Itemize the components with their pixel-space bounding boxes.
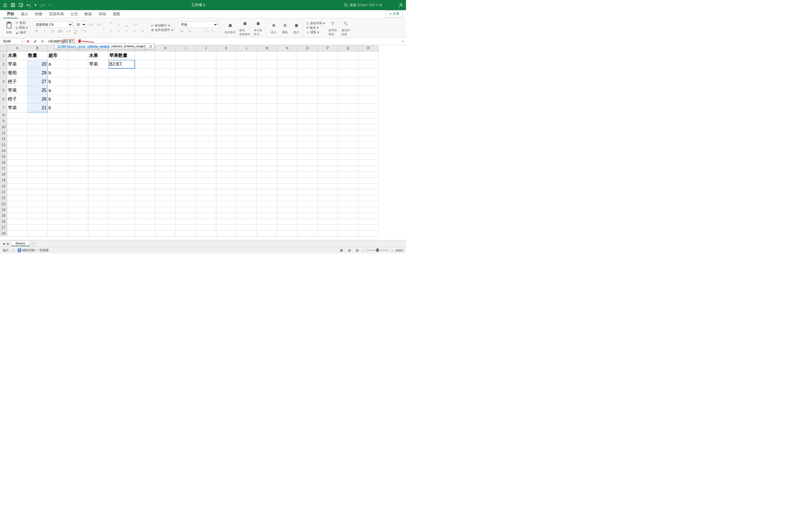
cell[interactable] [88, 86, 109, 95]
sort-filter-button[interactable]: ▽排序和 筛选 [327, 19, 338, 37]
cell-styles-button[interactable]: ▦单元格 样式 [253, 19, 263, 37]
cell[interactable] [297, 136, 318, 142]
cell[interactable] [338, 124, 358, 130]
cell[interactable] [135, 177, 155, 183]
cell[interactable] [216, 86, 237, 95]
cell[interactable] [318, 172, 338, 177]
home-icon[interactable] [3, 3, 7, 7]
sheet-nav-next[interactable]: ▶ [6, 242, 10, 245]
cell[interactable] [257, 69, 277, 77]
cell[interactable] [216, 95, 237, 104]
cell[interactable] [338, 154, 358, 160]
cell[interactable] [358, 95, 378, 104]
percent-icon[interactable]: % [186, 28, 193, 34]
cell[interactable] [338, 189, 358, 195]
row-header-13[interactable]: 13 [0, 142, 7, 148]
delete-cells-button[interactable]: ⊟删除 [280, 21, 290, 35]
cell[interactable] [48, 154, 68, 160]
cell[interactable] [68, 154, 88, 160]
row-header-19[interactable]: 19 [0, 177, 7, 183]
cell[interactable] [358, 112, 378, 118]
cell[interactable] [297, 207, 318, 213]
underline-button[interactable]: U▾ [49, 28, 56, 34]
cell[interactable] [68, 60, 88, 69]
cell[interactable] [175, 213, 196, 219]
cell[interactable] [88, 136, 109, 142]
cell[interactable] [318, 69, 338, 77]
cell[interactable] [28, 166, 48, 172]
cell[interactable] [216, 60, 237, 69]
cell[interactable] [297, 60, 318, 69]
tab-layout[interactable]: 页面布局 [46, 10, 67, 18]
cell[interactable] [318, 183, 338, 189]
cell[interactable] [135, 213, 155, 219]
cell[interactable] [297, 104, 318, 112]
cell[interactable] [237, 112, 257, 118]
align-left-icon[interactable]: ≡ [107, 28, 114, 34]
cell[interactable] [216, 189, 237, 195]
cell[interactable] [318, 86, 338, 95]
cell[interactable] [155, 213, 175, 219]
cell[interactable] [358, 172, 378, 177]
more-icon[interactable]: ⋯ [48, 3, 52, 7]
cell[interactable] [175, 154, 196, 160]
cell[interactable] [109, 86, 135, 95]
font-name-select[interactable]: 思源黑体 CN [33, 21, 73, 27]
cell[interactable] [68, 201, 88, 207]
cell[interactable] [318, 142, 338, 148]
cell[interactable] [196, 118, 216, 124]
row-header-5[interactable]: 5 [0, 86, 7, 95]
cell[interactable] [297, 69, 318, 77]
cell[interactable] [297, 166, 318, 172]
cell[interactable] [155, 189, 175, 195]
share-button[interactable]: ↗共享 [386, 10, 403, 17]
cell[interactable] [358, 124, 378, 130]
cell[interactable] [257, 104, 277, 112]
cell[interactable] [88, 213, 109, 219]
cell[interactable] [28, 225, 48, 231]
cell[interactable] [257, 231, 277, 237]
paste-button[interactable]: 粘贴 [4, 21, 14, 35]
cell[interactable] [237, 166, 257, 172]
cell[interactable] [68, 69, 88, 77]
cell[interactable] [297, 219, 318, 225]
cell[interactable] [88, 95, 109, 104]
cell[interactable] [318, 195, 338, 201]
cell[interactable] [318, 225, 338, 231]
cell[interactable] [358, 86, 378, 95]
cell[interactable] [109, 172, 135, 177]
cell[interactable] [155, 142, 175, 148]
cell[interactable] [88, 177, 109, 183]
currency-icon[interactable]: $▾ [179, 28, 185, 34]
cell[interactable] [196, 207, 216, 213]
cell[interactable]: 水果 [88, 51, 109, 60]
tooltip-arg-sum-range[interactable]: sum_range [70, 45, 86, 48]
cell[interactable] [358, 201, 378, 207]
cell[interactable] [277, 231, 297, 237]
row-header-22[interactable]: 22 [0, 195, 7, 201]
cell[interactable] [7, 189, 28, 195]
cell[interactable] [216, 225, 237, 231]
cell[interactable] [277, 118, 297, 124]
cell[interactable] [338, 104, 358, 112]
cell[interactable] [297, 142, 318, 148]
row-header-28[interactable]: 28 [0, 231, 7, 237]
cell[interactable] [338, 231, 358, 237]
cell[interactable] [358, 195, 378, 201]
cell[interactable] [28, 124, 48, 130]
cell[interactable] [109, 95, 135, 104]
cell[interactable] [7, 231, 28, 237]
cell[interactable] [196, 136, 216, 142]
cell[interactable] [48, 195, 68, 201]
cell[interactable]: 水果 [7, 51, 28, 60]
cell[interactable] [297, 154, 318, 160]
cell[interactable] [216, 201, 237, 207]
cell[interactable] [109, 219, 135, 225]
cell[interactable] [318, 219, 338, 225]
cell[interactable] [28, 130, 48, 136]
cell[interactable] [277, 148, 297, 154]
cell[interactable] [196, 219, 216, 225]
accessibility-status[interactable]: ♿ 辅助功能: 一切就绪 [17, 248, 49, 252]
cell[interactable] [109, 118, 135, 124]
cell[interactable] [257, 124, 277, 130]
